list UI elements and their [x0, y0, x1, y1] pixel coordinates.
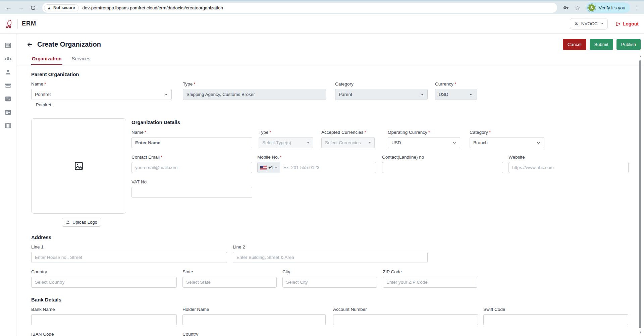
vat-input[interactable] — [131, 187, 252, 198]
bank-country-label: Country — [182, 332, 326, 336]
page-title: Create Organization — [37, 41, 101, 48]
chevron-down-icon — [420, 92, 424, 97]
chevron-down-icon — [164, 92, 168, 97]
holder-name-input[interactable] — [182, 314, 326, 325]
address-country-label: Country — [31, 269, 177, 274]
contact-email-label: Contact Email* — [131, 155, 252, 160]
fact-check-alt-icon — [4, 109, 12, 116]
address-city-label: City — [282, 269, 377, 274]
vat-label: VAT No — [131, 179, 252, 184]
mobile-input[interactable] — [280, 162, 376, 173]
scrollbar-up-arrow[interactable]: ▲ — [639, 55, 642, 58]
org-type-label: Type* — [259, 130, 313, 135]
address-state-input[interactable] — [182, 277, 277, 288]
address-state-label: State — [182, 269, 277, 274]
upload-logo-button[interactable]: Upload Logo — [62, 218, 101, 227]
caret-down-icon — [275, 167, 277, 168]
passkey-button[interactable] — [561, 3, 571, 13]
sidebar-item-fact-check[interactable] — [2, 95, 14, 103]
scrollbar-thumb[interactable] — [639, 60, 641, 328]
content-scrollbar[interactable]: ▲ ▼ — [639, 55, 642, 334]
browser-menu-button[interactable]: ⋮ — [633, 5, 641, 11]
back-button[interactable] — [25, 40, 35, 49]
avatar: S — [588, 4, 595, 11]
columns-icon — [4, 122, 12, 129]
not-secure-chip[interactable]: ▲︎ Not secure — [44, 4, 79, 11]
sidebar-item-columns[interactable] — [2, 121, 14, 130]
logo-divider — [17, 19, 18, 29]
mobile-field: +1 — [257, 162, 376, 173]
image-placeholder-icon — [74, 161, 84, 171]
org-category-select[interactable]: Branch — [470, 137, 544, 148]
parent-name-label: Name* — [31, 81, 172, 87]
org-name-input[interactable] — [131, 137, 252, 148]
logo-dropzone[interactable] — [31, 118, 126, 214]
mobile-label: Mobile No.* — [257, 155, 376, 160]
logout-button[interactable]: Logout — [615, 21, 639, 26]
logout-icon — [615, 21, 621, 26]
person-icon — [4, 68, 12, 76]
tab-services[interactable]: Services — [71, 54, 91, 65]
scrollbar-down-arrow[interactable]: ▼ — [639, 331, 642, 334]
upload-icon — [66, 220, 70, 224]
bookmark-button[interactable]: ☆ — [573, 3, 583, 13]
upload-logo-label: Upload Logo — [72, 220, 97, 225]
bank-name-input[interactable] — [31, 314, 177, 325]
address-bar[interactable]: ▲︎ Not secure dev-pomfretapp.ibpaas.pomf… — [42, 3, 557, 13]
browser-toolbar: ← → ▲︎ Not secure dev-pomfretapp.ibpaas.… — [0, 0, 644, 14]
accepted-currencies-multiselect[interactable]: Select Currencies — [321, 137, 375, 148]
arrow-left-icon — [26, 41, 33, 48]
cancel-button[interactable]: Cancel — [563, 39, 586, 50]
operating-currency-select[interactable]: USD — [388, 137, 460, 148]
holder-name-label: Holder Name — [182, 307, 326, 312]
verify-its-you-button[interactable]: S Verify it's you — [586, 2, 630, 13]
avatar-ring: S — [587, 3, 596, 12]
sidebar-item-person[interactable] — [2, 68, 14, 76]
logout-label: Logout — [623, 21, 639, 26]
website-input[interactable] — [508, 162, 629, 173]
tenant-dropdown[interactable]: NVOCC — [570, 18, 608, 30]
sidebar-item-groups[interactable] — [2, 54, 14, 63]
account-number-label: Account Number — [333, 307, 478, 312]
landline-input[interactable] — [382, 162, 503, 173]
landline-label: Contact(Landline) no — [382, 155, 503, 160]
tab-organization[interactable]: Organization — [31, 54, 62, 65]
tab-bar: Organization Services — [16, 54, 644, 65]
parent-name-helper: Pomfret — [31, 102, 172, 107]
reload-icon — [30, 5, 36, 11]
bank-details-heading: Bank Details — [31, 297, 644, 302]
iban-code-label: IBAN Code — [31, 332, 177, 336]
browser-back-button[interactable]: ← — [3, 2, 14, 13]
address-line2-input[interactable] — [233, 252, 428, 263]
account-number-input[interactable] — [333, 314, 478, 325]
parent-name-select[interactable]: Pomfret — [31, 89, 172, 100]
warning-icon: ▲︎ — [47, 5, 51, 10]
submit-button[interactable]: Submit — [590, 39, 613, 50]
dial-code: +1 — [268, 165, 273, 170]
browser-reload-button[interactable] — [28, 2, 38, 13]
org-type-multiselect[interactable]: Select Type(s) — [259, 137, 313, 148]
accepted-currencies-label: Accepted Currencies* — [321, 130, 375, 135]
operating-currency-label: Operating Currency* — [388, 130, 460, 135]
dial-code-dropdown[interactable]: +1 — [258, 162, 280, 173]
address-line1-label: Line 1 — [31, 244, 227, 249]
address-zip-input[interactable] — [383, 277, 477, 288]
contact-email-input[interactable] — [131, 162, 252, 173]
sidebar-item-organization[interactable] — [2, 41, 14, 50]
address-city-input[interactable] — [282, 277, 377, 288]
sidebar — [0, 34, 16, 336]
address-line1-input[interactable] — [31, 252, 227, 263]
swift-code-input[interactable] — [483, 314, 628, 325]
address-zip-label: ZIP Code — [383, 269, 477, 274]
publish-button[interactable]: Publish — [616, 39, 641, 50]
url-text: dev-pomfretapp.ibpaas.pomfret.cloud/erm/… — [82, 5, 223, 10]
parent-category-select: Parent — [335, 89, 428, 100]
address-line2-label: Line 2 — [233, 244, 428, 249]
browser-forward-button[interactable]: → — [15, 2, 26, 13]
address-country-input[interactable] — [31, 277, 177, 288]
us-flag-icon — [260, 166, 267, 170]
website-label: Website — [508, 155, 629, 160]
not-secure-label: Not secure — [53, 5, 75, 10]
sidebar-item-storefront[interactable] — [2, 81, 14, 90]
sidebar-item-fact-check-alt[interactable] — [2, 108, 14, 117]
